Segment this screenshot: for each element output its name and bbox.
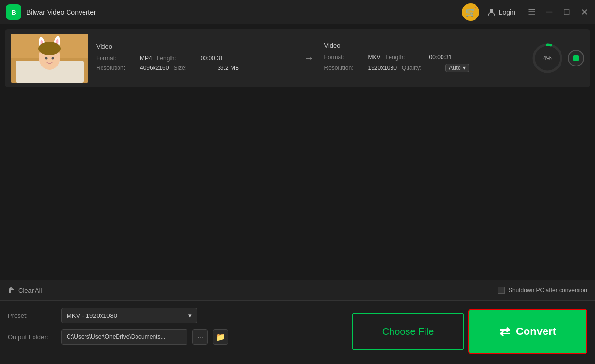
main-content: Video Format: MP4 Length: 00:00:31 Resol… (0, 24, 595, 296)
cart-button[interactable]: 🛒 (462, 3, 479, 21)
login-button[interactable]: Login (487, 8, 515, 17)
preset-dropdown[interactable]: MKV - 1920x1080 ▾ (61, 308, 197, 323)
source-length-value: 00:00:31 (201, 55, 223, 62)
source-length-label: Length: (157, 55, 201, 62)
app-logo: B (6, 4, 21, 20)
svg-point-12 (45, 57, 48, 60)
output-path-display: C:\Users\User\OneDrive\Documents... (61, 329, 187, 345)
convert-icon: ⇄ (499, 324, 510, 339)
login-label: Login (499, 8, 515, 16)
target-quality-label: Quality: (402, 65, 445, 71)
svg-text:B: B (11, 9, 16, 16)
svg-point-11 (38, 42, 61, 55)
target-resolution-value: 1920x1080 (368, 65, 397, 71)
trash-icon: 🗑 (8, 286, 15, 294)
source-resolution-label: Resolution: (96, 65, 140, 71)
target-format-label: Format: (324, 54, 368, 61)
stop-button[interactable] (568, 50, 584, 66)
maximize-button[interactable]: □ (562, 7, 572, 17)
source-title: Video (96, 43, 294, 50)
chevron-down-icon: ▾ (463, 65, 466, 71)
target-title: Video (324, 42, 523, 49)
stop-icon (573, 55, 579, 61)
clear-all-label: Clear All (18, 287, 42, 294)
shutdown-checkbox[interactable] (498, 287, 505, 294)
clear-all-button[interactable]: 🗑 Clear All (8, 286, 42, 294)
progress-area: 4% (532, 43, 584, 74)
target-info: Video Format: MKV Length: 00:00:31 Resol… (324, 42, 523, 75)
preset-label: Preset: (8, 312, 56, 319)
titlebar: B Bitwar Video Converter 🛒 Login ☰ ─ □ ✕ (0, 0, 595, 24)
choose-file-button[interactable]: Choose File (352, 313, 464, 350)
window-controls: ☰ ─ □ ✕ (527, 7, 589, 17)
choose-file-label: Choose File (382, 326, 434, 337)
source-resolution-row: Resolution: 4096x2160 Size: 39.2 MB (96, 65, 294, 71)
preset-value: MKV - 1920x1080 (67, 312, 117, 319)
source-size-label: Size: (173, 65, 217, 71)
arrow-icon: → (304, 52, 315, 65)
source-format-row: Format: MP4 Length: 00:00:31 (96, 55, 294, 62)
source-format-label: Format: (96, 55, 140, 62)
minimize-button[interactable]: ─ (544, 7, 554, 17)
source-resolution-value: 4096x2160 (140, 65, 169, 71)
action-buttons: Choose File ⇄ Convert (352, 309, 587, 354)
target-format-value: MKV (368, 54, 381, 61)
open-folder-button[interactable]: 📁 (213, 329, 228, 345)
menu-button[interactable]: ☰ (527, 7, 537, 17)
shutdown-label: Shutdown PC after conversion (509, 287, 587, 294)
source-format-value: MP4 (140, 55, 152, 62)
app-title: Bitwar Video Converter (26, 8, 462, 16)
output-label: Output Folder: (8, 333, 56, 341)
browse-icon: ··· (197, 333, 203, 341)
quality-value: Auto (449, 65, 461, 71)
target-resolution-label: Resolution: (324, 65, 368, 71)
video-thumbnail (11, 34, 88, 83)
target-resolution-row: Resolution: 1920x1080 Quality: Auto ▾ (324, 64, 523, 72)
source-size-value: 39.2 MB (217, 65, 239, 71)
progress-label: 4% (543, 55, 551, 62)
close-button[interactable]: ✕ (579, 7, 589, 17)
chevron-down-icon: ▾ (188, 312, 192, 319)
bottom-toolbar: 🗑 Clear All Shutdown PC after conversion (0, 280, 595, 301)
source-info: Video Format: MP4 Length: 00:00:31 Resol… (96, 43, 294, 74)
output-path-text: C:\Users\User\OneDrive\Documents... (67, 333, 165, 340)
progress-circle: 4% (532, 43, 563, 74)
browse-button[interactable]: ··· (192, 329, 208, 345)
target-format-row: Format: MKV Length: 00:00:31 (324, 54, 523, 61)
target-length-label: Length: (386, 54, 429, 61)
svg-point-13 (52, 57, 54, 60)
convert-label: Convert (516, 325, 556, 338)
folder-icon: 📁 (216, 332, 225, 342)
titlebar-actions: 🛒 Login ☰ ─ □ ✕ (462, 3, 589, 21)
shutdown-area: Shutdown PC after conversion (498, 287, 587, 294)
target-length-value: 00:00:31 (429, 54, 452, 61)
quality-dropdown[interactable]: Auto ▾ (445, 64, 469, 72)
video-item: Video Format: MP4 Length: 00:00:31 Resol… (5, 29, 590, 87)
convert-button[interactable]: ⇄ Convert (468, 309, 587, 354)
